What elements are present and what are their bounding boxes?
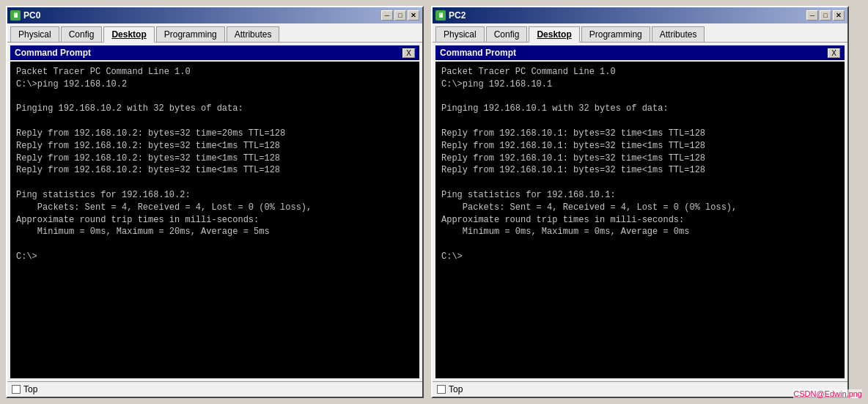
pc2-title: PC2 <box>449 10 466 21</box>
window-pc2: 🖥 PC2 ─ □ ✕ Physical Config Desktop Prog… <box>431 6 849 398</box>
pc0-title-controls: ─ □ ✕ <box>381 10 419 21</box>
pc2-bottom-label: Top <box>449 384 463 394</box>
pc2-icon: 🖥 <box>435 10 446 21</box>
pc0-content: Command Prompt X Packet Tracer PC Comman… <box>7 43 422 381</box>
pc0-icon: 🖥 <box>10 10 21 21</box>
tab-pc0-programming[interactable]: Programming <box>156 26 225 42</box>
pc2-maximize-button[interactable]: □ <box>820 10 831 21</box>
pc0-terminal[interactable]: Packet Tracer PC Command Line 1.0 C:\>pi… <box>10 62 419 378</box>
tab-pc0-config[interactable]: Config <box>61 26 103 42</box>
pc2-minimize-button[interactable]: ─ <box>806 10 818 21</box>
pc0-tab-bar: Physical Config Desktop Programming Attr… <box>7 23 422 43</box>
pc0-maximize-button[interactable]: □ <box>394 10 406 21</box>
tab-pc0-desktop[interactable]: Desktop <box>103 26 154 43</box>
pc0-bottom-bar: Top <box>7 381 422 397</box>
pc0-title: PC0 <box>23 10 40 21</box>
window-pc0: 🖥 PC0 ─ □ ✕ Physical Config Desktop Prog… <box>6 6 424 398</box>
pc0-top-checkbox[interactable] <box>12 385 21 394</box>
pc2-cmd-bar: Command Prompt X <box>435 45 845 60</box>
tab-pc2-physical[interactable]: Physical <box>435 26 485 42</box>
tab-pc0-physical[interactable]: Physical <box>10 26 59 42</box>
tab-pc2-attributes[interactable]: Attributes <box>652 26 705 42</box>
pc2-title-controls: ─ □ ✕ <box>806 10 845 21</box>
pc0-bottom-label: Top <box>23 384 37 394</box>
pc0-cmd-close-button[interactable]: X <box>402 48 415 58</box>
tab-pc0-attributes[interactable]: Attributes <box>227 26 280 42</box>
tab-pc2-config[interactable]: Config <box>486 26 528 42</box>
title-bar-left-pc2: 🖥 PC2 <box>435 10 466 21</box>
tab-pc2-desktop[interactable]: Desktop <box>529 26 579 43</box>
pc2-terminal[interactable]: Packet Tracer PC Command Line 1.0 C:\>pi… <box>435 62 845 378</box>
pc2-top-checkbox[interactable] <box>437 385 446 394</box>
title-bar-pc0: 🖥 PC0 ─ □ ✕ <box>7 7 422 23</box>
pc2-cmd-close-button[interactable]: X <box>828 48 840 58</box>
pc2-bottom-bar: Top <box>433 381 847 397</box>
title-bar-left-pc0: 🖥 PC0 <box>10 10 40 21</box>
pc2-content: Command Prompt X Packet Tracer PC Comman… <box>433 43 847 381</box>
pc0-close-button[interactable]: ✕ <box>408 10 419 21</box>
tab-pc2-programming[interactable]: Programming <box>581 26 650 42</box>
watermark: CSDN@Edwin.png <box>793 389 862 398</box>
title-bar-pc2: 🖥 PC2 ─ □ ✕ <box>433 7 847 23</box>
pc0-minimize-button[interactable]: ─ <box>381 10 393 21</box>
pc0-cmd-label: Command Prompt <box>15 48 91 58</box>
pc2-close-button[interactable]: ✕ <box>833 10 845 21</box>
pc2-cmd-label: Command Prompt <box>440 48 516 58</box>
pc2-tab-bar: Physical Config Desktop Programming Attr… <box>433 23 847 43</box>
pc0-cmd-bar: Command Prompt X <box>10 45 419 60</box>
